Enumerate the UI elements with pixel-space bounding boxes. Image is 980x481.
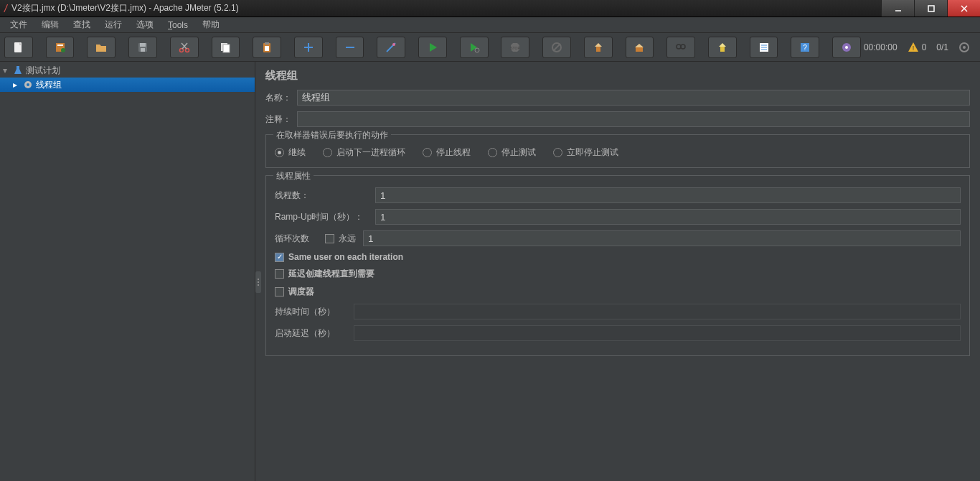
radio-stop-test[interactable]: 停止测试: [488, 146, 536, 159]
test-plan-tree[interactable]: ▾ 测试计划 ▸ 线程组: [0, 62, 255, 481]
rampup-input[interactable]: [375, 209, 961, 225]
window-titlebar: / V2接口.jmx (D:\Jmeter\V2接口.jmx) - Apache…: [0, 0, 980, 17]
tree-root-label: 测试计划: [26, 65, 60, 77]
heap-dump-button[interactable]: [832, 37, 861, 58]
window-title: V2接口.jmx (D:\Jmeter\V2接口.jmx) - Apache J…: [11, 2, 239, 14]
svg-point-32: [677, 45, 681, 49]
maximize-button[interactable]: [914, 0, 947, 17]
active-threads: 0/1: [936, 42, 948, 52]
svg-point-33: [681, 45, 685, 49]
threads-label: 线程数：: [275, 190, 368, 202]
tree-root-test-plan[interactable]: ▾ 测试计划: [0, 63, 255, 78]
panel-title: 线程组: [265, 69, 970, 83]
svg-rect-19: [265, 46, 269, 51]
rampup-label: Ramp-Up时间（秒）：: [275, 211, 368, 223]
editor-panel: 线程组 名称： 注释： 在取样器错误后要执行的动作 继续 启动下一进程循环 停止…: [255, 62, 980, 481]
gear-icon: [23, 80, 33, 90]
toolbar: STOP ? 00:00:00 ! 0 0/1: [0, 33, 980, 62]
svg-line-28: [553, 44, 560, 51]
menu-edit[interactable]: 编辑: [36, 17, 65, 32]
copy-button[interactable]: [212, 37, 240, 58]
svg-rect-6: [57, 45, 63, 46]
help-button[interactable]: ?: [791, 37, 819, 58]
svg-line-13: [182, 43, 187, 49]
menu-run[interactable]: 运行: [99, 17, 128, 32]
app-icon: /: [4, 3, 7, 14]
tree-node-label: 线程组: [36, 79, 62, 91]
menu-options[interactable]: 选项: [131, 17, 159, 32]
svg-rect-35: [720, 47, 725, 52]
scheduler-checkbox[interactable]: 调度器: [275, 286, 314, 298]
on-error-fieldset: 在取样器错误后要执行的动作 继续 启动下一进程循环 停止线程 停止测试 立即停止…: [265, 134, 970, 168]
menu-file[interactable]: 文件: [4, 17, 33, 32]
startup-delay-input: [354, 325, 961, 341]
svg-point-48: [27, 83, 29, 86]
startup-delay-label: 启动延迟（秒）: [275, 327, 347, 340]
clear-all-button[interactable]: [626, 37, 654, 58]
caret-down-icon[interactable]: ▾: [3, 65, 10, 75]
delay-create-checkbox[interactable]: 延迟创建线程直到需要: [275, 268, 374, 280]
menu-help[interactable]: 帮助: [197, 17, 225, 32]
loop-label: 循环次数: [275, 233, 318, 245]
name-input[interactable]: [297, 90, 970, 106]
close-button[interactable]: [947, 0, 980, 17]
svg-rect-10: [141, 48, 145, 52]
svg-text:STOP: STOP: [511, 46, 521, 50]
cut-button[interactable]: [170, 37, 199, 58]
menubar: 文件 编辑 查找 运行 选项 Tools 帮助: [0, 17, 980, 33]
paste-button[interactable]: [253, 37, 281, 58]
templates-button[interactable]: [46, 37, 75, 58]
toggle-button[interactable]: [377, 37, 405, 58]
svg-point-43: [845, 46, 848, 49]
loop-forever-checkbox[interactable]: 永远: [325, 233, 356, 245]
minimize-button[interactable]: [881, 0, 914, 17]
svg-point-7: [61, 48, 65, 52]
thread-indicator-icon: [958, 42, 970, 53]
menu-search[interactable]: 查找: [67, 17, 96, 32]
comment-input[interactable]: [297, 111, 970, 127]
open-button[interactable]: [87, 37, 116, 58]
clear-button[interactable]: [584, 37, 613, 58]
svg-rect-1: [928, 6, 934, 11]
svg-point-46: [963, 46, 966, 49]
splitter-handle[interactable]: [255, 271, 261, 293]
expand-button[interactable]: [294, 37, 323, 58]
svg-line-14: [182, 43, 187, 49]
svg-rect-9: [140, 43, 146, 47]
shutdown-button[interactable]: [542, 37, 571, 58]
main-split: ▾ 测试计划 ▸ 线程组 线程组 名称： 注释： 在取样器错误后要执行的动作 继…: [0, 62, 980, 481]
menu-tools[interactable]: Tools: [162, 19, 194, 32]
reset-search-button[interactable]: [708, 37, 737, 58]
radio-next-loop[interactable]: 启动下一进程循环: [323, 146, 405, 159]
name-label: 名称：: [265, 92, 291, 104]
svg-rect-31: [639, 47, 643, 52]
save-button[interactable]: [128, 37, 157, 58]
collapse-button[interactable]: [336, 37, 364, 58]
svg-rect-29: [596, 47, 600, 52]
new-file-button[interactable]: [4, 37, 33, 58]
function-helper-button[interactable]: [750, 37, 778, 58]
svg-text:!: !: [912, 45, 914, 52]
elapsed-time: 00:00:00: [864, 42, 897, 52]
loop-count-input[interactable]: [363, 230, 961, 246]
start-no-timers-button[interactable]: [460, 37, 489, 58]
caret-right-icon[interactable]: ▸: [13, 80, 20, 90]
stop-button[interactable]: STOP: [501, 37, 529, 58]
on-error-legend: 在取样器错误后要执行的动作: [273, 129, 391, 141]
radio-stop-thread[interactable]: 停止线程: [423, 146, 471, 159]
svg-point-24: [392, 43, 395, 46]
svg-rect-18: [265, 42, 269, 45]
search-button[interactable]: [666, 37, 695, 58]
same-user-checkbox[interactable]: Same user on each iteration: [275, 252, 403, 262]
threads-input[interactable]: [375, 187, 961, 203]
svg-point-25: [475, 48, 479, 52]
warning-count[interactable]: ! 0: [908, 42, 927, 53]
duration-input: [354, 304, 961, 319]
start-button[interactable]: [418, 37, 447, 58]
thread-props-fieldset: 线程属性 线程数： Ramp-Up时间（秒）： 循环次数 永远 Same use…: [265, 175, 970, 356]
radio-stop-now[interactable]: 立即停止测试: [553, 146, 618, 159]
tree-node-thread-group[interactable]: ▸ 线程组: [0, 78, 255, 92]
radio-continue[interactable]: 继续: [275, 146, 306, 159]
svg-rect-16: [223, 45, 230, 52]
window-controls: [881, 0, 980, 17]
